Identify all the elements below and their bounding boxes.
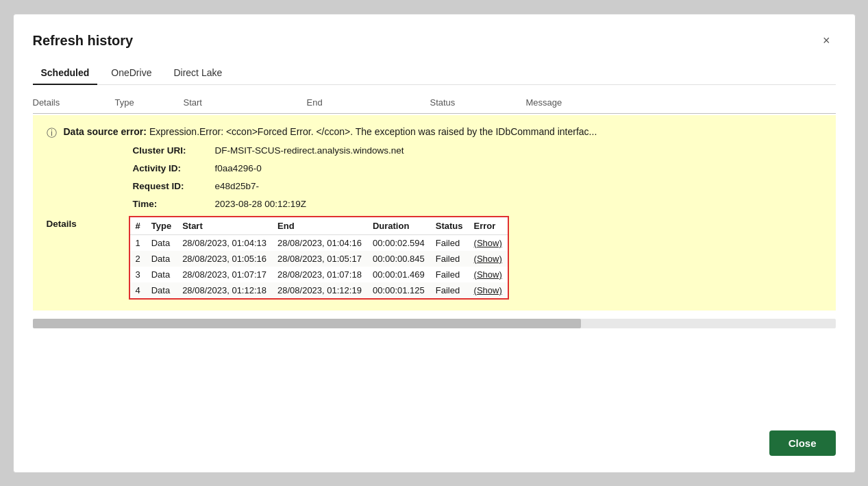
cell-type: Data [146,251,177,267]
cluster-uri-row: Cluster URI: DF-MSIT-SCUS-redirect.analy… [47,144,822,158]
table-row: 2 Data 28/08/2023, 01:05:16 28/08/2023, … [130,251,508,267]
cell-end: 28/08/2023, 01:07:18 [272,267,367,282]
dialog-footer: Close [33,425,836,456]
data-source-error-row: ⓘ Data source error: Expression.Error: <… [47,126,822,140]
cell-error[interactable]: (Show) [469,234,508,251]
cluster-uri-value: DF-MSIT-SCUS-redirect.analysis.windows.n… [215,144,404,158]
cell-status: Failed [430,251,469,267]
data-source-error-value: Expression.Error: <ccon>Forced Error. </… [149,126,597,137]
table-row: 3 Data 28/08/2023, 01:07:17 28/08/2023, … [130,267,508,282]
horizontal-scrollbar[interactable] [33,319,836,328]
tab-bar: Scheduled OneDrive Direct Lake [33,62,836,85]
col-details: Details [33,97,115,108]
dialog-close-button[interactable]: × [817,31,836,51]
cell-error[interactable]: (Show) [469,251,508,267]
request-id-row: Request ID: e48d25b7- [47,180,822,193]
refresh-history-dialog: Refresh history × Scheduled OneDrive Dir… [13,14,856,473]
dialog-title: Refresh history [33,33,134,49]
cell-error[interactable]: (Show) [469,282,508,298]
info-icon: ⓘ [47,127,57,140]
cluster-uri-label: Cluster URI: [133,144,215,158]
inner-table-body: 1 Data 28/08/2023, 01:04:13 28/08/2023, … [130,234,508,298]
cell-duration: 00:00:01.469 [367,267,430,282]
inner-col-duration: Duration [367,217,430,235]
time-row: Time: 2023-08-28 00:12:19Z [47,197,822,211]
inner-col-error: Error [469,217,508,235]
inner-col-end: End [272,217,367,235]
request-id-value: e48d25b7- [215,180,260,193]
cell-duration: 00:00:01.125 [367,282,430,298]
cell-start: 28/08/2023, 01:07:17 [177,267,272,282]
show-link[interactable]: (Show) [474,238,502,248]
data-source-error-label: Data source error: [64,126,147,137]
inner-table: # Type Start End Duration Status Error 1 [130,217,508,298]
col-start: Start [184,97,307,108]
cell-status: Failed [430,282,469,298]
cell-error[interactable]: (Show) [469,267,508,282]
details-label: Details [47,216,129,229]
time-value: 2023-08-28 00:12:19Z [215,197,307,211]
cell-start: 28/08/2023, 01:12:18 [177,282,272,298]
cell-num: 4 [130,282,146,298]
tab-direct-lake[interactable]: Direct Lake [165,62,230,85]
tab-onedrive[interactable]: OneDrive [103,62,160,85]
cell-duration: 00:00:02.594 [367,234,430,251]
cell-status: Failed [430,267,469,282]
cell-end: 28/08/2023, 01:05:17 [272,251,367,267]
cell-num: 2 [130,251,146,267]
cell-status: Failed [430,234,469,251]
show-link[interactable]: (Show) [474,285,502,295]
cell-type: Data [146,282,177,298]
scrollbar-thumb[interactable] [33,319,581,328]
content-area: ⓘ Data source error: Expression.Error: <… [33,114,836,411]
cell-type: Data [146,267,177,282]
col-message: Message [526,97,836,108]
time-label: Time: [133,197,215,211]
inner-table-wrapper: # Type Start End Duration Status Error 1 [129,216,509,300]
inner-col-start: Start [177,217,272,235]
cell-end: 28/08/2023, 01:04:16 [272,234,367,251]
dialog-header: Refresh history × [33,31,836,51]
tab-scheduled[interactable]: Scheduled [33,62,98,85]
cell-num: 1 [130,234,146,251]
inner-table-section: Details # Type Start End Duration Status [47,216,822,300]
col-type: Type [115,97,184,108]
activity-id-row: Activity ID: f0aa4296-0 [47,162,822,175]
table-row: 1 Data 28/08/2023, 01:04:13 28/08/2023, … [130,234,508,251]
inner-col-status: Status [430,217,469,235]
activity-id-value: f0aa4296-0 [215,162,262,175]
cell-start: 28/08/2023, 01:05:16 [177,251,272,267]
table-row: 4 Data 28/08/2023, 01:12:18 28/08/2023, … [130,282,508,298]
col-end: End [307,97,430,108]
show-link[interactable]: (Show) [474,254,502,264]
cell-duration: 00:00:00.845 [367,251,430,267]
error-panel: ⓘ Data source error: Expression.Error: <… [33,115,836,311]
request-id-label: Request ID: [133,180,215,193]
cell-start: 28/08/2023, 01:04:13 [177,234,272,251]
cell-num: 3 [130,267,146,282]
cell-type: Data [146,234,177,251]
activity-id-label: Activity ID: [133,162,215,175]
show-link[interactable]: (Show) [474,269,502,280]
table-header: Details Type Start End Status Message [33,90,836,114]
cell-end: 28/08/2023, 01:12:19 [272,282,367,298]
col-status: Status [430,97,526,108]
close-button[interactable]: Close [769,430,836,456]
inner-col-num: # [130,217,146,235]
inner-col-type: Type [146,217,177,235]
inner-table-head: # Type Start End Duration Status Error [130,217,508,235]
inner-table-header-row: # Type Start End Duration Status Error [130,217,508,235]
